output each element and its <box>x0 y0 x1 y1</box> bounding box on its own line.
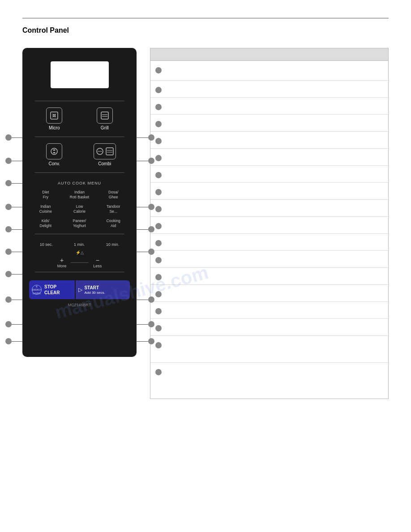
row-content-5 <box>167 132 388 141</box>
row-content-6 <box>167 149 388 158</box>
more-less-row: + More − Less <box>29 257 130 268</box>
left-bullet-7 <box>5 271 22 277</box>
divider-line-3 <box>35 172 124 173</box>
connector-line <box>12 274 22 275</box>
left-bullet-8 <box>5 296 22 303</box>
time-buttons-row: 10 sec. 1 min. 10 min. <box>29 242 130 247</box>
bullet-dot <box>155 206 162 212</box>
bullet-dot <box>155 138 162 144</box>
bullet-dot <box>155 274 162 280</box>
auto-cook-item-6[interactable]: Tandoor Se... <box>97 202 130 216</box>
bullet-dot <box>155 257 162 263</box>
less-button[interactable]: − Less <box>93 257 102 268</box>
less-label: Less <box>93 264 102 268</box>
svg-point-7 <box>51 148 57 154</box>
energy-saving-icon: eENERGYSAVING <box>32 285 42 295</box>
row-content-16 <box>167 319 388 328</box>
bullet-dot <box>5 158 12 164</box>
model-number: MC2146BRT <box>68 303 91 307</box>
micro-grill-row: Micro Grill <box>29 107 130 130</box>
connector-line <box>137 300 148 300</box>
left-bullet-5 <box>5 226 22 232</box>
combi-button[interactable]: Combi <box>87 143 123 166</box>
conv-button[interactable]: Conv. <box>36 143 72 166</box>
connector-line <box>137 207 148 207</box>
row-content-18 <box>167 363 388 372</box>
table-row-9 <box>150 200 388 217</box>
row-dot-8 <box>150 183 167 195</box>
auto-cook-item-2[interactable]: Indian Roti Basket <box>63 188 96 202</box>
top-divider <box>22 18 389 18</box>
connector-line <box>137 229 148 230</box>
content-area: Micro Grill <box>22 43 389 399</box>
table-row-17 <box>150 336 388 363</box>
auto-cook-item-4[interactable]: Indian Cuisine <box>29 202 62 216</box>
divider-line-1 <box>35 101 124 101</box>
auto-cook-item-9[interactable]: Cooking Aid <box>97 217 130 230</box>
row-content-2 <box>167 81 388 90</box>
bullet-dot <box>5 338 12 344</box>
row-content-12 <box>167 251 388 260</box>
micro-button[interactable]: Micro <box>36 107 72 130</box>
table-row-1 <box>150 61 388 81</box>
row-dot-6 <box>150 149 167 161</box>
connector-line <box>137 341 148 342</box>
bullet-dot <box>155 155 162 161</box>
connector-line <box>12 161 22 161</box>
bullet-dot <box>155 325 162 331</box>
stop-clear-label: STOP CLEAR <box>44 284 60 296</box>
connector-line <box>12 324 22 325</box>
table-row-11 <box>150 234 388 251</box>
start-arrow-icon: ▷ <box>78 287 82 293</box>
row-dot-11 <box>150 234 167 246</box>
page-container: Control Panel <box>0 0 411 532</box>
auto-cook-item-7[interactable]: Kids' Delight <box>29 217 62 230</box>
row-dot-17 <box>150 336 167 348</box>
left-bullet-3 <box>5 180 22 186</box>
auto-cook-item-5[interactable]: Low Calorie <box>63 202 96 216</box>
more-label: More <box>57 264 67 268</box>
more-button[interactable]: + More <box>57 257 67 268</box>
auto-cook-item-8[interactable]: Paneer/ Yoghurt <box>63 217 96 230</box>
auto-cook-item-1[interactable]: Diet Fry <box>29 188 62 202</box>
grill-icon <box>97 107 113 124</box>
display-screen <box>51 61 109 88</box>
connector-line <box>137 252 148 252</box>
auto-cook-item-3[interactable]: Dosa/ Ghee <box>97 188 130 202</box>
table-header <box>150 48 388 61</box>
micro-label: Micro <box>49 125 60 130</box>
conv-label: Conv. <box>49 161 60 166</box>
bullet-dot <box>155 342 162 348</box>
page-title: Control Panel <box>22 26 389 34</box>
row-content-13 <box>167 268 388 277</box>
bullet-dot <box>155 87 162 93</box>
bullet-dot <box>155 67 162 73</box>
connector-line <box>12 183 22 184</box>
table-row-2 <box>150 81 388 98</box>
microwave-body: Micro Grill <box>22 48 137 357</box>
row-dot-1 <box>150 61 167 73</box>
table-row-4 <box>150 115 388 132</box>
row-content-1 <box>167 61 388 70</box>
row-content-11 <box>167 234 388 243</box>
row-dot-13 <box>150 268 167 280</box>
row-content-17 <box>167 336 388 345</box>
bullet-dot <box>155 172 162 178</box>
time-btn-1min[interactable]: 1 min. <box>74 242 85 247</box>
left-bullet-9 <box>5 321 22 327</box>
table-row-14 <box>150 285 388 302</box>
connector-line <box>12 341 22 342</box>
conv-icon <box>46 143 62 159</box>
conv-combi-row: Conv. <box>29 143 130 166</box>
left-bullet-6 <box>5 249 22 255</box>
connector-line <box>12 207 22 207</box>
stop-clear-button[interactable]: eENERGYSAVING STOP CLEAR <box>29 280 75 299</box>
start-button[interactable]: ▷ START Add 30 secs. <box>76 280 130 299</box>
micro-icon <box>46 107 62 124</box>
grill-button[interactable]: Grill <box>87 107 123 130</box>
time-btn-10sec[interactable]: 10 sec. <box>40 242 53 247</box>
row-content-7 <box>167 166 388 175</box>
time-btn-10min[interactable]: 10 min. <box>106 242 120 247</box>
row-dot-12 <box>150 251 167 263</box>
divider-line-4 <box>35 234 124 234</box>
